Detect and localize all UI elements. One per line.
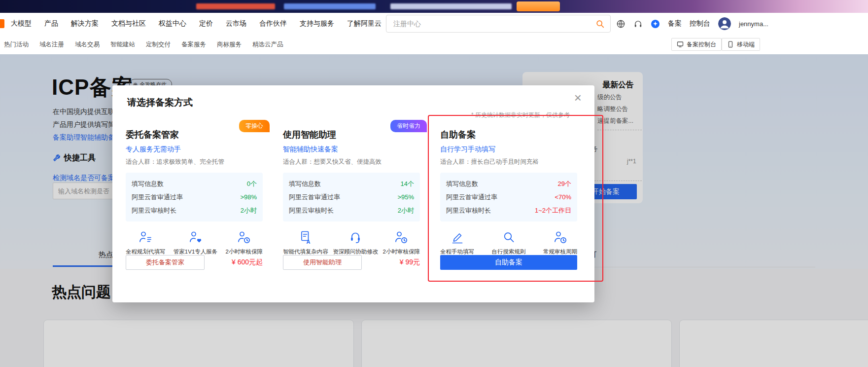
card-butler-filing[interactable]: 零操心 委托备案管家 专人服务无需动手 适合人群：追求极致简单、完全托管 填写信…	[119, 120, 270, 277]
promo-text-blue	[284, 3, 376, 9]
subnav-item-site-builder[interactable]: 智能建站	[110, 40, 135, 49]
stat-row: 填写信息数 0个	[132, 177, 257, 190]
person-heart-icon	[188, 230, 203, 245]
person-plan-icon	[138, 230, 153, 245]
close-icon[interactable]: ×	[574, 91, 582, 104]
subnav-item-custom-delivery[interactable]: 定制交付	[146, 40, 171, 49]
ai-assistant-icon[interactable]	[651, 19, 660, 29]
card-price: ¥ 99元	[400, 258, 420, 267]
search-input[interactable]	[392, 19, 596, 28]
username-label[interactable]: jennyma...	[739, 20, 768, 28]
nav-item-partners[interactable]: 合作伙伴	[259, 19, 287, 28]
svg-text:A: A	[307, 239, 311, 245]
subnav-item-trademark[interactable]: 商标服务	[217, 40, 242, 49]
nav-beian-link[interactable]: 备案	[668, 19, 682, 28]
stat-label: 阿里云首审通过率	[446, 190, 497, 204]
nav-item-pricing[interactable]: 定价	[199, 19, 213, 28]
card-subtitle: 自行学习手动填写	[440, 145, 577, 154]
stat-value: 2小时	[398, 204, 414, 217]
nav-item-benefits[interactable]: 权益中心	[159, 19, 186, 28]
card-features: 全程规划代填写 管家1V1专人服务 2小时审核保障	[126, 230, 263, 256]
support-headset-icon[interactable]	[633, 19, 643, 29]
nav-item-support[interactable]: 支持与服务	[300, 19, 334, 28]
mobile-chip-label: 移动端	[737, 40, 755, 49]
card-audience: 适合人群：追求极致简单、完全托管	[126, 158, 263, 166]
stat-row: 阿里云审核时长 2小时	[132, 204, 257, 217]
global-search-box	[386, 15, 611, 33]
console-monitor-icon	[677, 41, 684, 48]
stat-label: 填写信息数	[289, 177, 321, 190]
stat-label: 阿里云首审通过率	[289, 190, 340, 204]
feature-item: 自行摸索规则	[492, 230, 526, 256]
feature-item: 全程手动填写	[440, 230, 474, 256]
feature-label: 自行摸索规则	[492, 248, 526, 256]
nav-right-area: 备案 控制台 jennyma...	[616, 13, 768, 35]
stat-label: 阿里云审核时长	[132, 204, 176, 217]
secondary-navbar: 热门活动 域名注册 域名交易 智能建站 定制交付 备案服务 商标服务 精选云产品…	[0, 35, 868, 54]
nav-item-damoxing[interactable]: 大模型	[11, 19, 32, 28]
subnav-item-beian-service[interactable]: 备案服务	[181, 40, 206, 49]
stat-value: 29个	[558, 177, 571, 190]
promo-cta-button[interactable]	[517, 1, 560, 11]
feature-item: A 智能代填复杂内容	[283, 230, 328, 256]
stat-row: 阿里云首审通过率 >98%	[132, 190, 257, 204]
promo-banner	[0, 0, 868, 13]
card-footer: 委托备案管家 ¥ 600元起	[126, 255, 263, 270]
stat-row: 填写信息数 29个	[446, 177, 571, 190]
card-self-service[interactable]: 自助备案 自行学习手动填写 适合人群：擅长自己动手且时间充裕 填写信息数 29个…	[433, 120, 584, 277]
nav-item-marketplace[interactable]: 云市场	[226, 19, 246, 28]
stat-row: 阿里云首审通过率 >95%	[289, 190, 414, 204]
nav-item-docs-community[interactable]: 文档与社区	[111, 19, 146, 28]
stat-label: 填写信息数	[132, 177, 164, 190]
pen-icon	[450, 230, 465, 245]
mobile-chip[interactable]: 移动端	[722, 38, 760, 51]
feature-label: 2小时审核保障	[226, 248, 263, 256]
feature-item: 资深顾问协助修改	[333, 230, 378, 256]
nav-item-about[interactable]: 了解阿里云	[347, 19, 382, 28]
card-audience: 适合人群：擅长自己动手且时间充裕	[440, 158, 577, 166]
language-globe-icon[interactable]	[616, 19, 625, 29]
feature-label: 全程规划代填写	[126, 248, 166, 256]
feature-label: 2小时审核保障	[383, 248, 420, 256]
feature-label: 全程手动填写	[440, 248, 474, 256]
subnav-item-cloud-products[interactable]: 精选云产品	[252, 40, 283, 49]
nav-item-solutions[interactable]: 解决方案	[71, 19, 99, 28]
beian-console-chip[interactable]: 备案控制台	[671, 38, 722, 51]
smart-assistant-button[interactable]: 使用智能助理	[283, 255, 362, 270]
modal-disclaimer: * 历史统计数据非实时更新，仅供参考	[471, 111, 570, 119]
main-navbar: 大模型 产品 解决方案 文档与社区 权益中心 定价 云市场 合作伙伴 支持与服务…	[0, 13, 868, 35]
stat-row: 阿里云审核时长 2小时	[289, 204, 414, 217]
subnav-item-domain-trade[interactable]: 域名交易	[75, 40, 100, 49]
card-subtitle: 智能辅助快速备案	[283, 145, 420, 154]
self-service-button[interactable]: 自助备案	[440, 255, 577, 270]
subnav-item-domain-register[interactable]: 域名注册	[39, 40, 64, 49]
stat-value: >95%	[397, 190, 414, 204]
card-stats: 填写信息数 0个 阿里云首审通过率 >98% 阿里云审核时长 2小时	[126, 173, 263, 221]
person-clock-icon	[553, 230, 568, 245]
card-smart-assistant[interactable]: 省时省力 使用智能助理 智能辅助快速备案 适合人群：想要又快又省、便捷高效 填写…	[276, 120, 427, 277]
search-icon[interactable]	[596, 20, 604, 28]
nav-console-link[interactable]: 控制台	[690, 19, 710, 28]
aliyun-logo	[0, 19, 4, 28]
subnav-item-hot-activities[interactable]: 热门活动	[4, 40, 29, 49]
card-stats: 填写信息数 14个 阿里云首审通过率 >95% 阿里云审核时长 2小时	[283, 173, 420, 221]
card-badge: 零操心	[239, 120, 270, 132]
user-avatar[interactable]	[718, 17, 731, 30]
document-ai-icon: A	[298, 230, 313, 245]
person-clock-icon	[394, 230, 409, 245]
card-features: 全程手动填写 自行摸索规则 常规审核周期	[440, 230, 577, 256]
stat-label: 阿里云审核时长	[446, 204, 491, 217]
card-features: A 智能代填复杂内容 资深顾问协助修改 2小时审核保障	[283, 230, 420, 256]
feature-item: 2小时审核保障	[383, 230, 420, 256]
feature-item: 常规审核周期	[543, 230, 577, 256]
stat-value: >98%	[240, 190, 257, 204]
stat-label: 阿里云首审通过率	[132, 190, 183, 204]
butler-filing-button[interactable]: 委托备案管家	[126, 255, 205, 270]
stat-row: 填写信息数 14个	[289, 177, 414, 190]
main-nav-items: 大模型 产品 解决方案 文档与社区 权益中心 定价 云市场 合作伙伴 支持与服务…	[11, 13, 382, 35]
person-clock-icon	[237, 230, 251, 245]
subnav-items: 热门活动 域名注册 域名交易 智能建站 定制交付 备案服务 商标服务 精选云产品	[4, 35, 283, 54]
magnifier-icon	[501, 230, 516, 245]
headset-icon	[348, 230, 363, 245]
nav-item-products[interactable]: 产品	[44, 19, 58, 28]
